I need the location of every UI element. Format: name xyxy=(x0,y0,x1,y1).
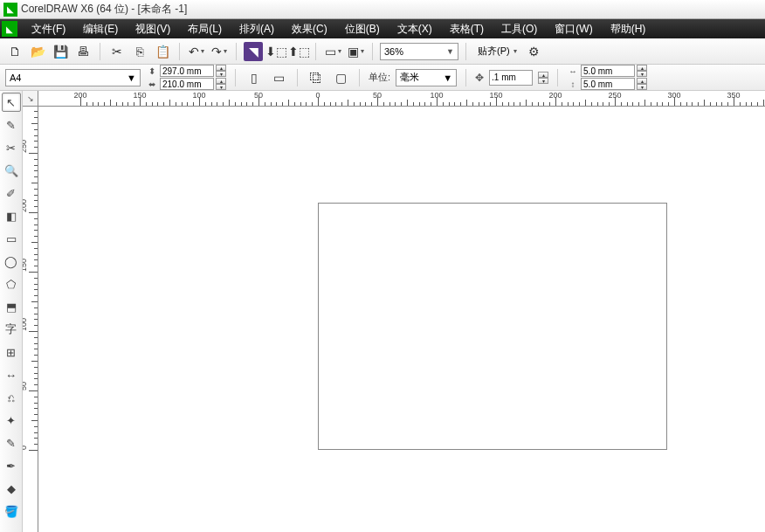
paste-button[interactable]: 📋 xyxy=(153,42,172,61)
paper-value: A4 xyxy=(10,73,21,83)
smart-fill-tool[interactable]: ◧ xyxy=(2,206,21,225)
doc-name: [未命名 -1] xyxy=(138,3,188,15)
menubar-logo-icon: ◣ xyxy=(2,21,17,37)
fill-tool[interactable]: ◆ xyxy=(2,479,21,498)
chevron-down-icon: ▾ xyxy=(513,47,517,55)
nudge-icon: ✥ xyxy=(475,72,484,84)
menu-layout[interactable]: 布局(L) xyxy=(179,19,231,38)
menu-text[interactable]: 文本(X) xyxy=(389,19,441,38)
zoom-tool[interactable]: 🔍 xyxy=(2,161,21,180)
text-tool[interactable]: 字 xyxy=(2,320,21,339)
pick-tool[interactable]: ↖ xyxy=(2,93,21,112)
height-spinner[interactable]: ▴▾ xyxy=(216,78,226,90)
all-pages-button[interactable]: ⿻ xyxy=(307,68,326,87)
zoom-value: 36% xyxy=(384,46,403,57)
height-icon: ⬌ xyxy=(146,79,158,89)
save-button[interactable]: 💾 xyxy=(51,42,70,61)
separator xyxy=(179,43,180,60)
chevron-down-icon: ▼ xyxy=(127,73,136,83)
separator xyxy=(372,43,373,60)
chevron-down-icon: ▼ xyxy=(446,47,454,56)
shape-tool[interactable]: ✎ xyxy=(2,115,21,135)
zoom-combo[interactable]: 36% ▼ xyxy=(380,43,458,60)
menu-file[interactable]: 文件(F) xyxy=(23,19,74,38)
open-button[interactable]: 📂 xyxy=(28,42,47,61)
separator xyxy=(315,43,316,60)
menu-table[interactable]: 表格(T) xyxy=(441,19,493,38)
unit-combo[interactable]: 毫米 ▼ xyxy=(396,69,457,86)
app-launcher-button[interactable]: ▣▾ xyxy=(346,42,365,61)
menubar: ◣ 文件(F) 编辑(E) 视图(V) 布局(L) 排列(A) 效果(C) 位图… xyxy=(0,19,765,38)
page-height-field[interactable]: 210.0 mm xyxy=(160,78,214,90)
nudge-spinner[interactable]: ▴▾ xyxy=(538,72,548,84)
vertical-ruler[interactable]: 050100150200250 xyxy=(23,107,38,532)
separator xyxy=(236,43,237,60)
canvas[interactable] xyxy=(38,107,765,532)
width-icon: ⬍ xyxy=(146,66,158,76)
workarea: ↖ ✎ ✂ 🔍 ✐ ◧ ▭ ◯ ⬠ ⬒ 字 ⊞ ↔ ⎌ ✦ ✎ ✒ ◆ 🪣 ↘ … xyxy=(0,91,765,532)
titlebar-text: CorelDRAW X6 (64 位) - [未命名 -1] xyxy=(21,2,187,17)
ruler-origin[interactable]: ↘ xyxy=(23,91,38,107)
page-dimensions: ⬍ 297.0 mm ▴▾ ⬌ 210.0 mm ▴▾ xyxy=(146,65,226,90)
separator xyxy=(297,69,298,86)
eyedropper-tool[interactable]: ✎ xyxy=(2,433,21,453)
menu-effects[interactable]: 效果(C) xyxy=(283,19,336,38)
app-logo-icon: ◣ xyxy=(3,3,17,17)
dup-y-field[interactable]: 5.0 mm xyxy=(581,78,635,90)
titlebar: ◣ CorelDRAW X6 (64 位) - [未命名 -1] xyxy=(0,0,765,19)
dimension-tool[interactable]: ↔ xyxy=(2,365,21,384)
publish-pdf-button[interactable]: ▭▾ xyxy=(323,42,342,61)
connector-tool[interactable]: ⎌ xyxy=(2,388,21,407)
undo-button[interactable]: ↶▾ xyxy=(187,42,206,61)
dup-y-spinner[interactable]: ▴▾ xyxy=(637,78,647,90)
menu-bitmap[interactable]: 位图(B) xyxy=(336,19,389,38)
menu-tools[interactable]: 工具(O) xyxy=(493,19,546,38)
snap-label: 贴齐(P) xyxy=(478,45,510,58)
separator xyxy=(557,69,558,86)
interactive-fill-tool[interactable]: 🪣 xyxy=(2,501,21,521)
dup-x-field[interactable]: 5.0 mm xyxy=(581,65,635,77)
duplicate-distance: ↔ 5.0 mm ▴▾ ↕ 5.0 mm ▴▾ xyxy=(567,65,647,90)
landscape-button[interactable]: ▭ xyxy=(269,68,288,87)
separator xyxy=(100,43,100,60)
interactive-tool[interactable]: ✦ xyxy=(2,411,21,430)
standard-toolbar: 🗋 📂 💾 🖶 ✂ ⎘ 📋 ↶▾ ↷▾ ◥ ⬇⬚ ⬆⬚ ▭▾ ▣▾ 36% ▼ … xyxy=(0,38,765,65)
outline-tool[interactable]: ✒ xyxy=(2,456,21,475)
nudge-field[interactable]: .1 mm xyxy=(489,70,533,86)
app-name: CorelDRAW X6 (64 位) xyxy=(21,3,128,15)
import-button[interactable]: ⬇⬚ xyxy=(266,42,286,61)
horizontal-ruler[interactable]: 20015010050050100150200250300350 xyxy=(38,91,765,107)
cut-button[interactable]: ✂ xyxy=(107,42,127,61)
chevron-down-icon: ▼ xyxy=(443,73,452,83)
unit-value: 毫米 xyxy=(400,71,419,84)
freehand-tool[interactable]: ✐ xyxy=(2,183,21,203)
rectangle-tool[interactable]: ▭ xyxy=(2,229,21,248)
menu-view[interactable]: 视图(V) xyxy=(127,19,179,38)
page-width-field[interactable]: 297.0 mm xyxy=(160,65,214,77)
width-spinner[interactable]: ▴▾ xyxy=(216,65,226,77)
menu-arrange[interactable]: 排列(A) xyxy=(231,19,283,38)
table-tool[interactable]: ⊞ xyxy=(2,342,21,362)
dup-x-icon: ↔ xyxy=(567,66,579,76)
polygon-tool[interactable]: ⬠ xyxy=(2,274,21,294)
paper-size-combo[interactable]: A4 ▼ xyxy=(5,69,141,86)
dup-x-spinner[interactable]: ▴▾ xyxy=(637,65,647,77)
search-content-button[interactable]: ◥ xyxy=(244,42,263,61)
snap-to-button[interactable]: 贴齐(P) ▾ xyxy=(473,43,521,60)
options-button[interactable]: ⚙ xyxy=(525,42,544,61)
basic-shapes-tool[interactable]: ⬒ xyxy=(2,297,21,316)
page[interactable] xyxy=(318,203,667,450)
portrait-button[interactable]: ▯ xyxy=(245,68,264,87)
export-button[interactable]: ⬆⬚ xyxy=(289,42,308,61)
menu-window[interactable]: 窗口(W) xyxy=(546,19,601,38)
new-button[interactable]: 🗋 xyxy=(5,42,24,61)
crop-tool[interactable]: ✂ xyxy=(2,138,21,157)
menu-edit[interactable]: 编辑(E) xyxy=(74,19,127,38)
redo-button[interactable]: ↷▾ xyxy=(210,42,229,61)
menu-help[interactable]: 帮助(H) xyxy=(602,19,655,38)
current-page-button[interactable]: ▢ xyxy=(331,68,350,87)
print-button[interactable]: 🖶 xyxy=(73,42,93,61)
property-bar: A4 ▼ ⬍ 297.0 mm ▴▾ ⬌ 210.0 mm ▴▾ ▯ ▭ ⿻ ▢… xyxy=(0,65,765,91)
copy-button[interactable]: ⎘ xyxy=(130,42,149,61)
ellipse-tool[interactable]: ◯ xyxy=(2,252,21,271)
